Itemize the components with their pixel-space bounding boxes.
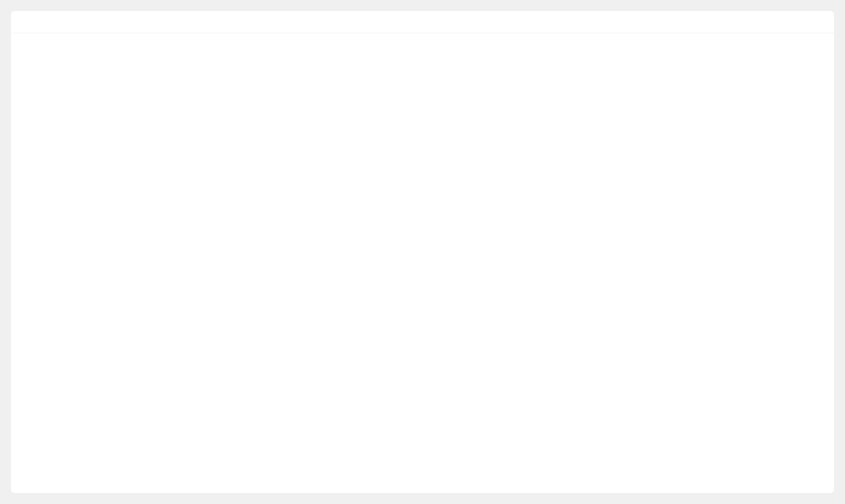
card-header [11,11,834,33]
legend-item-mobile[interactable] [362,48,384,53]
legend-item-desktop[interactable] [428,48,450,53]
chart-svg [30,55,815,483]
legend-swatch-mobile-benchmark [395,48,413,53]
chart-card [11,11,834,493]
legend-item-mobile-benchmark[interactable] [395,48,417,53]
legend-swatch-desktop [428,48,446,53]
chart-legend [30,48,815,53]
chart-plot-area [30,55,815,483]
legend-item-desktop-benchmark[interactable] [461,48,483,53]
legend-swatch-mobile [362,48,380,53]
card-body [11,33,834,493]
legend-swatch-desktop-benchmark [461,48,479,53]
